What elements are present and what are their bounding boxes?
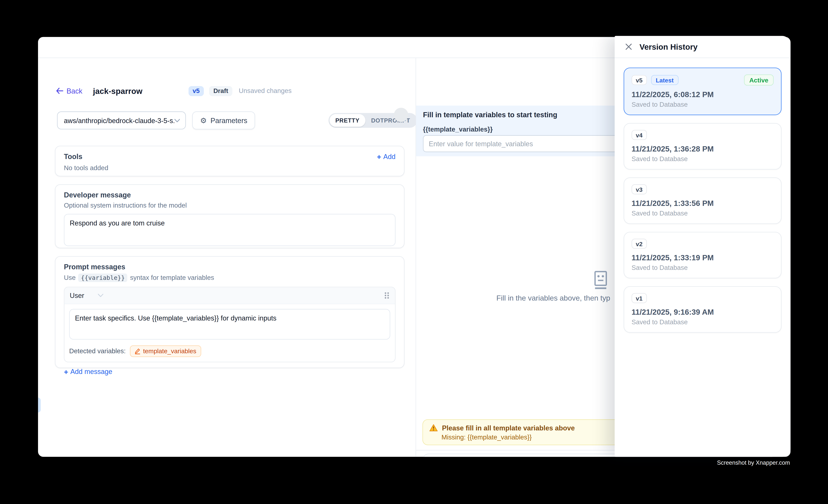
- version-badges-row: v2: [631, 239, 774, 249]
- developer-message-card: Developer message Optional system instru…: [55, 184, 405, 248]
- version-status: Saved to Database: [631, 210, 774, 217]
- screenshot-watermark: Screenshot by Xnapper.com: [717, 459, 790, 466]
- bot-face-icon: [591, 270, 611, 290]
- gear-icon: ⚙: [200, 117, 207, 124]
- version-badges-row: v1: [631, 293, 774, 303]
- version-number-badge: v2: [631, 239, 647, 249]
- version-history-panel: Version History v5 Latest Active 11/22/2…: [615, 36, 790, 457]
- back-label: Back: [67, 87, 82, 95]
- pane-scroll-thumb[interactable]: [394, 108, 408, 122]
- version-number-badge: v4: [631, 130, 647, 140]
- version-timestamp: 11/22/2025, 6:08:12 PM: [631, 90, 774, 99]
- prompt-messages-title: Prompt messages: [64, 263, 396, 271]
- template-variable-chip-label: template_variables: [143, 347, 197, 355]
- version-card[interactable]: v4 11/21/2025, 1:36:28 PM Saved to Datab…: [624, 123, 782, 170]
- parameters-label: Parameters: [210, 117, 247, 124]
- model-toolbar: aws/anthropic/bedrock-claude-3-5-s... ⚙ …: [57, 112, 255, 129]
- toggle-dotprompt[interactable]: DOTPROMPT: [365, 114, 416, 127]
- arrow-left-icon: [56, 88, 63, 94]
- breadcrumb-row: Back jack-sparrow v5 Draft Unsaved chang…: [56, 85, 291, 97]
- page-title: jack-sparrow: [93, 86, 142, 95]
- draft-badge: Draft: [209, 86, 233, 96]
- screenshot-stage: Back jack-sparrow v5 Draft Unsaved chang…: [0, 0, 828, 504]
- unsaved-changes-label: Unsaved changes: [239, 87, 292, 94]
- version-timestamp: 11/21/2025, 1:33:19 PM: [631, 253, 774, 262]
- version-card[interactable]: v5 Latest Active 11/22/2025, 6:08:12 PM …: [624, 68, 782, 115]
- left-edge-indicator: [38, 398, 41, 413]
- version-card[interactable]: v2 11/21/2025, 1:33:19 PM Saved to Datab…: [624, 232, 782, 278]
- plus-icon: +: [64, 368, 68, 375]
- version-badges-row: v3: [631, 184, 774, 194]
- syntax-prefix: Use: [64, 274, 76, 281]
- version-badge: v5: [189, 86, 204, 96]
- chevron-down-icon[interactable]: [98, 294, 104, 297]
- user-message-textarea[interactable]: Enter task specifics. Use {{template_var…: [69, 309, 390, 340]
- tools-card: Tools + Add No tools added: [55, 146, 405, 176]
- warning-triangle-icon: [429, 424, 438, 431]
- model-select-value: aws/anthropic/bedrock-claude-3-5-s...: [64, 117, 174, 124]
- version-number-badge: v5: [631, 75, 647, 85]
- message-body: Enter task specifics. Use {{template_var…: [65, 304, 395, 344]
- detected-variables-row: Detected variables: template_variables: [65, 344, 395, 362]
- plus-icon: +: [377, 153, 381, 160]
- version-list: v5 Latest Active 11/22/2025, 6:08:12 PM …: [615, 58, 790, 350]
- add-message-button[interactable]: + Add message: [64, 368, 396, 375]
- version-status: Saved to Database: [631, 101, 774, 108]
- version-history-title: Version History: [639, 42, 698, 51]
- version-history-header: Version History: [615, 36, 790, 58]
- chat-empty-state-text: Fill in the variables above, then typ: [496, 294, 610, 302]
- developer-message-title: Developer message: [64, 191, 396, 199]
- version-number-badge: v3: [631, 184, 647, 194]
- version-card[interactable]: v3 11/21/2025, 1:33:56 PM Saved to Datab…: [624, 177, 782, 224]
- chevron-down-icon: [174, 119, 180, 122]
- syntax-code-chip: {{variable}}: [78, 274, 127, 282]
- toggle-pretty[interactable]: PRETTY: [330, 114, 365, 127]
- parameters-button[interactable]: ⚙ Parameters: [192, 112, 255, 129]
- add-tool-button[interactable]: + Add: [377, 153, 396, 161]
- version-card[interactable]: v1 11/21/2025, 9:16:39 AM Saved to Datab…: [624, 286, 782, 333]
- drag-handle-icon[interactable]: [384, 292, 390, 299]
- latest-badge: Latest: [651, 75, 678, 85]
- back-button[interactable]: Back: [56, 87, 82, 95]
- detected-variables-label: Detected variables:: [69, 347, 126, 355]
- model-select[interactable]: aws/anthropic/bedrock-claude-3-5-s...: [57, 112, 186, 129]
- template-panel-title: Fill in template variables to start test…: [423, 111, 557, 119]
- version-timestamp: 11/21/2025, 1:36:28 PM: [631, 145, 774, 153]
- prompt-messages-card: Prompt messages Use {{variable}} syntax …: [55, 256, 405, 368]
- close-icon[interactable]: [624, 43, 633, 51]
- version-status: Saved to Database: [631, 264, 774, 271]
- active-badge: Active: [744, 75, 774, 86]
- tools-title: Tools: [64, 153, 82, 161]
- developer-message-textarea[interactable]: Respond as you are tom cruise: [64, 214, 396, 246]
- pencil-icon: [135, 348, 140, 354]
- template-variable-name: {{template_variables}}: [423, 126, 493, 133]
- add-tool-label: Add: [383, 153, 396, 161]
- version-number-badge: v1: [631, 293, 647, 303]
- syntax-suffix: syntax for template variables: [130, 274, 214, 281]
- prompt-message-block: User Enter task specifics. Use {{templat…: [64, 287, 396, 362]
- version-badges-row: v4: [631, 130, 774, 140]
- add-message-label: Add message: [70, 368, 112, 375]
- template-variable-chip[interactable]: template_variables: [130, 345, 201, 357]
- message-role-header: User: [65, 287, 395, 304]
- version-timestamp: 11/21/2025, 9:16:39 AM: [631, 308, 774, 317]
- tools-empty-text: No tools added: [64, 164, 396, 172]
- version-status: Saved to Database: [631, 155, 774, 163]
- syntax-hint: Use {{variable}} syntax for template var…: [64, 274, 396, 282]
- warning-title: Please fill in all template variables ab…: [442, 424, 575, 432]
- developer-message-subtitle: Optional system instructions for the mod…: [64, 202, 396, 209]
- version-status: Saved to Database: [631, 319, 774, 326]
- version-timestamp: 11/21/2025, 1:33:56 PM: [631, 199, 774, 208]
- role-select[interactable]: User: [70, 292, 84, 299]
- version-badges-row: v5 Latest Active: [631, 75, 774, 86]
